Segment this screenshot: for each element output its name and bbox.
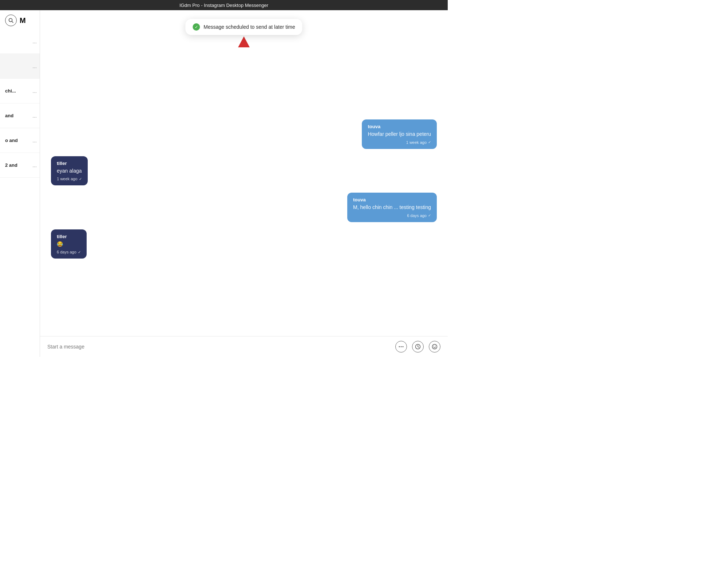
message-row-3: touva M, hello chin chin ... testing tes… <box>51 193 437 222</box>
message-input[interactable] <box>47 344 391 350</box>
sidebar-item-more-2: ... <box>32 63 37 69</box>
message-bubble-4: tiller 😂 6 days ago ✓ <box>51 229 87 259</box>
search-button[interactable] <box>5 15 17 26</box>
sidebar: M ... ... chi... ... and ... <box>0 10 40 357</box>
bubble-text-2: eyan alaga <box>57 168 82 175</box>
bubble-time-4: 6 days ago <box>57 250 76 254</box>
arrow-head <box>238 36 250 47</box>
message-bubble-2: tiller eyan alaga 1 week ago ✓ <box>51 156 88 186</box>
sidebar-item-4[interactable]: and ... <box>0 103 40 128</box>
bubble-meta-4: 6 days ago ✓ <box>57 250 81 254</box>
bubble-text-1: Howfar peller ljo sina peteru <box>368 131 431 138</box>
svg-point-8 <box>432 344 437 349</box>
sidebar-item-5[interactable]: o and ... <box>0 128 40 153</box>
bubble-meta-3: 6 days ago ✓ <box>353 213 431 218</box>
sidebar-item-name-4: and <box>5 113 34 118</box>
bubble-meta-1: 1 week ago ✓ <box>368 140 431 145</box>
sidebar-item-6[interactable]: 2 and ... <box>0 153 40 178</box>
sidebar-item-more-4: ... <box>32 113 37 119</box>
sidebar-item-name-6: 2 and <box>5 162 34 168</box>
sidebar-item-2[interactable]: ... <box>0 54 40 79</box>
bubble-time-2: 1 week ago <box>57 177 77 181</box>
app-title: IGdm Pro - Instagram Desktop Messenger <box>179 3 268 8</box>
sidebar-item-more-1: ... <box>32 39 37 44</box>
search-icon <box>8 18 13 23</box>
sidebar-header: M <box>0 10 40 29</box>
sidebar-item-name-5: o and <box>5 138 34 143</box>
message-row-1: touva Howfar peller ljo sina peteru 1 we… <box>51 119 437 149</box>
input-actions <box>395 341 440 353</box>
sidebar-item-more-3: ... <box>32 88 37 94</box>
sidebar-item-3[interactable]: chi... ... <box>0 79 40 103</box>
check-icon: ✓ <box>195 25 198 29</box>
message-row-4: tiller 😂 6 days ago ✓ <box>51 229 437 259</box>
bubble-check-2: ✓ <box>79 177 82 181</box>
chat-area: ✓ Message scheduled to send at later tim… <box>40 10 448 357</box>
sidebar-item-more-5: ... <box>32 138 37 143</box>
title-bar: IGdm Pro - Instagram Desktop Messenger <box>0 0 448 10</box>
notification-bubble: ✓ Message scheduled to send at later tim… <box>185 19 302 35</box>
sidebar-scroll[interactable]: ... ... chi... ... and ... o and ... <box>0 29 40 357</box>
bubble-check-1: ✓ <box>428 140 431 144</box>
emoji-icon <box>432 344 438 350</box>
clock-button[interactable] <box>412 341 424 353</box>
sidebar-item-name-3: chi... <box>5 88 34 94</box>
bubble-sender-2: tiller <box>57 161 82 166</box>
message-row-2: tiller eyan alaga 1 week ago ✓ <box>51 156 437 186</box>
svg-point-2 <box>399 346 400 347</box>
svg-line-1 <box>12 21 13 23</box>
bubble-text-3: M, hello chin chin ... testing testing <box>353 204 431 211</box>
svg-point-4 <box>403 346 404 347</box>
notification-text: Message scheduled to send at later time <box>203 24 295 30</box>
dots-button[interactable] <box>395 341 407 353</box>
bubble-time-3: 6 days ago <box>407 213 427 218</box>
svg-point-9 <box>434 346 434 347</box>
bubble-time-1: 1 week ago <box>406 140 427 145</box>
clock-icon <box>415 344 421 350</box>
app-container: M ... ... chi... ... and ... <box>0 10 448 357</box>
bubble-sender-1: touva <box>368 124 431 129</box>
message-bubble-1: touva Howfar peller ljo sina peteru 1 we… <box>362 119 437 149</box>
message-bubble-3: touva M, hello chin chin ... testing tes… <box>347 193 437 222</box>
sidebar-item-1[interactable]: ... <box>0 29 40 54</box>
bubble-check-3: ✓ <box>428 213 431 217</box>
bubble-meta-2: 1 week ago ✓ <box>57 177 82 181</box>
input-area <box>40 336 448 357</box>
svg-point-3 <box>401 346 402 347</box>
bubble-check-4: ✓ <box>78 250 81 254</box>
sidebar-title: M <box>20 16 26 25</box>
notification-icon: ✓ <box>193 23 200 31</box>
bubble-text-4: 😂 <box>57 241 81 248</box>
bubble-sender-4: tiller <box>57 234 81 239</box>
messages-container: touva Howfar peller ljo sina peteru 1 we… <box>40 10 448 336</box>
svg-line-7 <box>418 347 419 347</box>
dots-icon <box>398 344 404 350</box>
bubble-sender-3: touva <box>353 197 431 202</box>
svg-point-10 <box>435 346 436 347</box>
sidebar-item-more-6: ... <box>32 162 37 168</box>
emoji-button[interactable] <box>429 341 440 353</box>
